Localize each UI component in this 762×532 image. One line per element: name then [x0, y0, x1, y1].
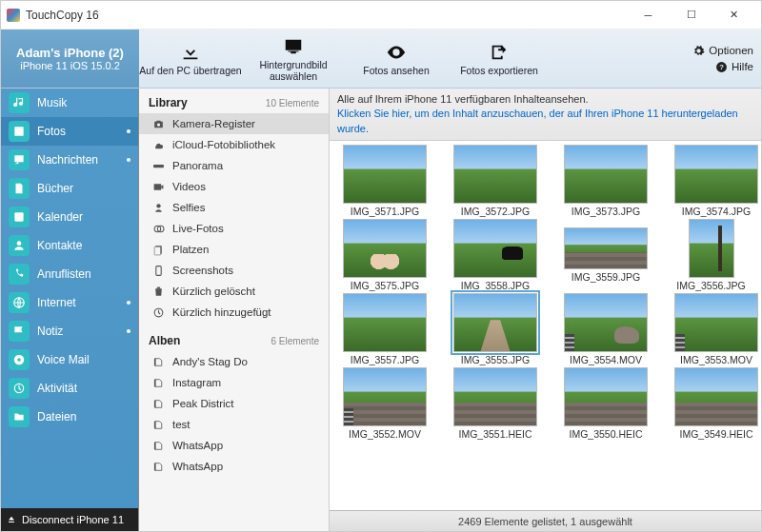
sidebar-icon [9, 264, 30, 285]
album-item[interactable]: test [139, 414, 329, 435]
sidebar-item-kontakte[interactable]: Kontakte [1, 231, 138, 260]
photo-thumbnail[interactable]: IMG_3551.HEIC [453, 367, 537, 440]
photo-thumbnail[interactable]: IMG_3572.JPG [453, 145, 537, 217]
photo-thumbnail[interactable]: IMG_3574.JPG [674, 145, 758, 217]
library-item[interactable]: Kürzlich gelöscht [139, 281, 329, 302]
sidebar-item-bücher[interactable]: Bücher [1, 174, 138, 203]
options-link[interactable]: Optionen [692, 45, 753, 57]
monitor-icon [283, 36, 304, 57]
photo-thumbnail[interactable]: IMG_3554.MOV [564, 293, 648, 365]
photo-thumbnail[interactable]: IMG_3558.JPG [453, 219, 537, 291]
library-item[interactable]: Kürzlich hinzugefügt [139, 302, 329, 323]
sidebar-item-label: Aktivität [37, 382, 77, 395]
window-minimize-button[interactable]: ─ [627, 4, 670, 27]
view-label: Fotos ansehen [363, 65, 429, 76]
library-item-icon [152, 244, 165, 256]
thumbnail-label: IMG_3550.HEIC [569, 428, 642, 440]
library-item-label: Kürzlich gelöscht [172, 286, 255, 297]
library-item-icon [152, 265, 165, 277]
help-link[interactable]: ? Hilfe [715, 61, 753, 73]
photo-thumbnail[interactable]: IMG_3553.MOV [674, 293, 758, 365]
sidebar-item-fotos[interactable]: Fotos [1, 117, 138, 146]
library-item-label: Panorama [172, 160, 223, 171]
library-item-icon [152, 118, 165, 130]
export-label: Fotos exportieren [460, 65, 538, 76]
library-item[interactable]: iCloud-Fotobibliothek [139, 134, 329, 155]
window-maximize-button[interactable]: ☐ [670, 4, 712, 27]
svg-rect-11 [154, 184, 162, 190]
toolbar: Adam's iPhone (2) iPhone 11 iOS 15.0.2 A… [1, 30, 761, 89]
sidebar-item-kalender[interactable]: 7Kalender [1, 203, 138, 231]
photo-thumbnail[interactable]: IMG_3555.JPG [453, 293, 537, 365]
view-photos-button[interactable]: Fotos ansehen [345, 30, 448, 88]
sidebar-item-dateien[interactable]: Dateien [1, 403, 138, 431]
sidebar: MusikFotosNachrichtenBücher7KalenderKont… [1, 89, 139, 531]
sidebar-item-label: Voice Mail [37, 353, 90, 366]
library-item[interactable]: Panorama [139, 155, 329, 176]
photo-thumbnail[interactable]: IMG_3557.JPG [343, 293, 427, 365]
unread-dot-icon [127, 301, 130, 305]
album-item[interactable]: Andy's Stag Do [139, 351, 329, 372]
album-item[interactable]: Peak District [139, 393, 329, 414]
info-download-link[interactable]: Klicken Sie hier, um den Inhalt anzuscha… [337, 107, 753, 136]
sidebar-item-internet[interactable]: Internet [1, 288, 138, 317]
library-item[interactable]: Screenshots [139, 260, 329, 281]
disconnect-button[interactable]: Disconnect iPhone 11 [1, 508, 138, 531]
thumbnail-image [674, 145, 758, 204]
library-item-label: Videos [172, 181, 206, 192]
library-item[interactable]: Platzen [139, 239, 329, 260]
library-item[interactable]: Selfies [139, 197, 329, 218]
photo-thumbnail[interactable]: IMG_3559.JPG [564, 219, 648, 291]
thumbnail-image [453, 219, 537, 278]
export-photos-button[interactable]: Fotos exportieren [448, 30, 551, 88]
svg-rect-17 [156, 266, 161, 275]
sidebar-item-voice mail[interactable]: Voice Mail [1, 345, 138, 374]
window-close-button[interactable]: ✕ [712, 4, 755, 27]
photo-thumbnail[interactable]: IMG_3573.JPG [564, 145, 648, 217]
app-title: TouchCopy 16 [26, 9, 99, 22]
export-icon [489, 42, 510, 63]
thumbnail-image [343, 293, 427, 352]
options-label: Optionen [709, 45, 753, 56]
photo-grid[interactable]: IMG_3571.JPGIMG_3572.JPGIMG_3573.JPGIMG_… [330, 141, 761, 510]
library-item[interactable]: Live-Fotos [139, 218, 329, 239]
sidebar-icon [9, 406, 30, 427]
photo-thumbnail[interactable]: IMG_3552.MOV [343, 367, 427, 440]
thumbnail-image [564, 145, 648, 204]
photo-thumbnail[interactable]: IMG_3550.HEIC [564, 367, 648, 440]
library-item[interactable]: Kamera-Register [139, 113, 329, 134]
thumbnail-label: IMG_3552.MOV [349, 428, 421, 440]
album-item[interactable]: WhatsApp [139, 435, 329, 456]
video-indicator-icon [675, 334, 685, 351]
photo-thumbnail[interactable]: IMG_3571.JPG [343, 145, 427, 217]
photo-thumbnail[interactable]: IMG_3575.JPG [343, 219, 427, 291]
album-item-label: Peak District [172, 398, 234, 409]
sidebar-item-notiz[interactable]: Notiz [1, 317, 138, 345]
sidebar-item-label: Internet [37, 296, 76, 309]
album-item[interactable]: WhatsApp [139, 456, 329, 477]
device-block[interactable]: Adam's iPhone (2) iPhone 11 iOS 15.0.2 [1, 30, 139, 88]
library-item-label: Platzen [172, 244, 209, 255]
library-item-icon [152, 139, 165, 151]
photo-thumbnail[interactable]: IMG_3549.HEIC [674, 367, 758, 440]
sidebar-item-aktivität[interactable]: Aktivität [1, 374, 138, 403]
sidebar-item-nachrichten[interactable]: Nachrichten [1, 146, 138, 174]
thumbnail-label: IMG_3571.JPG [351, 206, 419, 217]
sidebar-item-musik[interactable]: Musik [1, 89, 138, 117]
sidebar-item-anruflisten[interactable]: Anruflisten [1, 260, 138, 288]
album-item[interactable]: Instagram [139, 372, 329, 393]
album-icon [152, 461, 165, 473]
transfer-to-pc-button[interactable]: Auf den PC übertragen [139, 30, 242, 88]
transfer-label: Auf den PC übertragen [139, 65, 241, 76]
album-icon [152, 440, 165, 452]
set-wallpaper-button[interactable]: Hintergrundbild auswählen [242, 30, 345, 88]
photo-thumbnail[interactable]: IMG_3556.JPG [674, 219, 748, 291]
library-item-label: Selfies [172, 202, 206, 213]
album-icon [152, 377, 165, 389]
library-item[interactable]: Videos [139, 176, 329, 197]
album-icon [152, 419, 165, 431]
info-bar: Alle auf Ihrem iPhone 11 verfügbaren Inh… [330, 89, 761, 141]
album-item-label: Instagram [172, 377, 221, 388]
unread-dot-icon [127, 158, 130, 162]
content-area: Alle auf Ihrem iPhone 11 verfügbaren Inh… [330, 89, 761, 531]
